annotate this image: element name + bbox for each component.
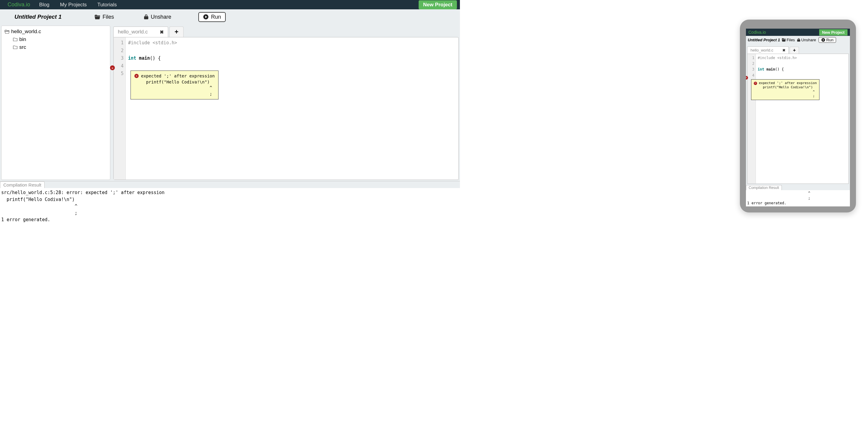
lock-icon: [144, 14, 148, 19]
files-label: Files: [102, 14, 114, 20]
play-icon: [203, 14, 209, 20]
file-tree-root[interactable]: hello_world.c: [4, 28, 107, 36]
editor-container: hello_world.c ✖ + 1 2 3 4 5 ✕ #include <…: [113, 26, 459, 180]
close-tab-icon[interactable]: ✖: [160, 29, 164, 35]
file-tree-root-label: hello_world.c: [11, 29, 41, 35]
logo[interactable]: Codiva.io: [7, 1, 30, 8]
nav-tutorials[interactable]: Tutorials: [97, 2, 117, 8]
line-number: 1: [114, 39, 124, 47]
code-editor[interactable]: 1 2 3 4 5 ✕ #include <stdio.h> int main(…: [113, 37, 459, 180]
error-gutter-icon[interactable]: ✕: [110, 65, 115, 70]
nav-blog[interactable]: Blog: [39, 2, 50, 8]
folder-icon: [13, 38, 18, 41]
editor-tab[interactable]: hello_world.c ✖: [113, 27, 168, 37]
file-tree: hello_world.c bin src: [1, 26, 110, 180]
unshare-button[interactable]: Unshare: [144, 14, 171, 20]
line-gutter: 1 2 3 4 5 ✕: [114, 37, 126, 180]
editor-tab-label: hello_world.c: [118, 29, 148, 35]
run-button[interactable]: Run: [198, 12, 226, 22]
folder-icon: [13, 45, 18, 49]
file-tree-src-label: src: [19, 44, 26, 50]
error-tooltip: ✕ expected ';' after expression printf("…: [130, 70, 218, 99]
add-tab-button[interactable]: +: [169, 27, 184, 37]
code-rest: () {: [150, 56, 161, 61]
folder-icon: [95, 15, 100, 19]
tabs-row: hello_world.c ✖ +: [113, 26, 459, 37]
line-number: 3: [114, 55, 124, 62]
folder-open-icon: [4, 30, 9, 34]
new-project-button[interactable]: New Project: [418, 0, 457, 9]
line-number: 5: [114, 70, 124, 78]
files-button[interactable]: Files: [95, 14, 114, 20]
project-toolbar: Untitled Project 1 Files Unshare Run: [0, 9, 460, 24]
project-title[interactable]: Untitled Project 1: [14, 13, 61, 20]
compilation-panel: Compilation Result src/hello_world.c:5:2…: [0, 181, 460, 224]
code-int: int: [128, 56, 136, 61]
compilation-tab[interactable]: Compilation Result: [0, 182, 44, 188]
run-label: Run: [211, 14, 221, 20]
line-number: 4: [114, 62, 124, 70]
top-nav: Codiva.io Blog My Projects Tutorials New…: [0, 0, 460, 9]
file-tree-bin-label: bin: [19, 36, 26, 42]
nav-my-projects[interactable]: My Projects: [60, 2, 87, 8]
compilation-output: src/hello_world.c:5:28: error: expected …: [0, 188, 460, 224]
unshare-label: Unshare: [151, 14, 171, 20]
file-tree-bin[interactable]: bin: [4, 36, 107, 43]
code-body[interactable]: #include <stdio.h> int main() { printf("…: [126, 37, 458, 180]
code-main: main: [136, 56, 150, 61]
file-tree-src[interactable]: src: [4, 43, 107, 51]
error-icon: ✕: [134, 74, 138, 78]
line-number: 2: [114, 47, 124, 55]
error-tooltip-text: expected ';' after expression printf("He…: [141, 73, 215, 97]
code-line-1: #include <stdio.h>: [128, 40, 177, 45]
main-area: hello_world.c bin src hello_world.c ✖ + …: [0, 24, 460, 181]
